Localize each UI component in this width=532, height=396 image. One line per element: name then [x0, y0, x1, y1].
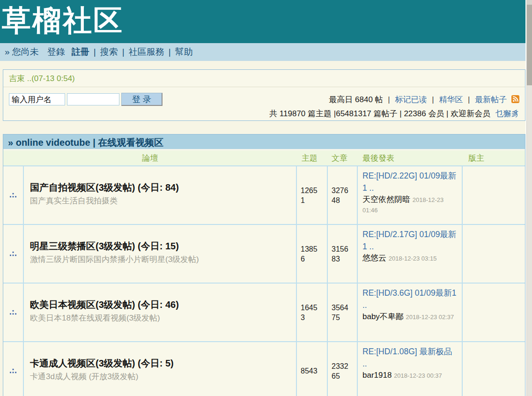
moderator-cell — [463, 225, 525, 283]
category-title-link[interactable]: » online videotube | 在线观看视频区 — [8, 137, 163, 148]
column-header-topics: 主題 — [297, 153, 328, 164]
last-post-time: 2018-12-23 03:15 — [389, 255, 437, 262]
column-header-posts: 文章 — [328, 153, 358, 164]
topics-count: 13856 — [297, 225, 328, 283]
forum-table-header: 論壇 主題 文章 最後發表 版主 — [3, 150, 525, 166]
posts-count: 356475 — [328, 284, 358, 341]
last-post-user[interactable]: 天空依然阴暗 — [362, 195, 410, 204]
nav-separator: | — [169, 47, 171, 57]
broken-image-icon — [3, 225, 24, 283]
forum-row: 欧美日本视频区(3级发帖) (今日: 46) 欧美日本18禁在线观看视频(3级发… — [3, 284, 525, 342]
topics-count: 8543 — [297, 342, 328, 396]
forum-info-cell: 明星三级禁播区(3级发帖) (今日: 15) 激情三级片断国际国内禁播小片断明星… — [24, 225, 297, 283]
latest-posts-link[interactable]: 最新帖子 — [475, 95, 507, 104]
forum-description: 卡通3d成人视频 (开放3级发帖) — [30, 371, 291, 382]
nav-separator: | — [122, 47, 125, 57]
forum-description: 欧美日本18禁在线观看视频(3级发帖) — [30, 313, 291, 323]
forum-category-panel: » online videotube | 在线观看视频区 論壇 主題 文章 最後… — [3, 134, 525, 396]
nav-search-link[interactable]: 搜索 — [100, 46, 118, 58]
username-input[interactable] — [9, 93, 65, 105]
posts-count: 315683 — [328, 225, 358, 283]
forum-link[interactable]: 明星三级禁播区(3级发帖) — [30, 241, 135, 251]
login-status-text: » 您尚未 — [5, 46, 39, 58]
forum-stats: 最高日 6840 帖 | 标记已读 | 精华区 | 最新帖子 共 119870 … — [269, 93, 519, 120]
moderator-cell — [463, 342, 525, 396]
topics-count: 16453 — [297, 284, 328, 341]
category-header: » online videotube | 在线观看视频区 — [3, 134, 525, 150]
today-count: (今日: 84) — [138, 182, 179, 193]
forum-link[interactable]: 国产自拍视频区(3级发帖) — [30, 182, 135, 193]
last-post-link[interactable]: RE:[HD/3.6G] 01/09最新1 .. — [362, 287, 458, 311]
forum-page: 草榴社区 » 您尚未 登錄 註冊 | 搜索 | 社區服務 | 幫助 吉束 ..(… — [0, 0, 532, 396]
forum-row: 明星三级禁播区(3级发帖) (今日: 15) 激情三级片断国际国内禁播小片断明星… — [3, 225, 525, 284]
vertical-scrollbar[interactable] — [526, 0, 532, 396]
last-post-cell: RE:[HD/1.08G] 最新极品 .. bar1918 2018-12-23… — [358, 342, 463, 396]
forum-description: 国产真实生活自我拍摄类 — [30, 195, 291, 206]
last-post-cell: RE:[HD/2.17G] 01/09最新1 .. 悠悠云 2018-12-23… — [358, 225, 463, 283]
nav-help-link[interactable]: 幫助 — [175, 46, 193, 58]
nav-services-link[interactable]: 社區服務 — [129, 46, 164, 58]
forum-row: 卡通成人视频区(3级发帖) (今日: 5) 卡通3d成人视频 (开放3级发帖) … — [3, 342, 525, 396]
column-header-forum: 論壇 — [3, 153, 297, 164]
rss-icon[interactable] — [511, 94, 519, 107]
forum-description: 激情三级片断国际国内禁播小片断明星(3级发帖) — [30, 254, 291, 265]
forum-row: 国产自拍视频区(3级发帖) (今日: 84) 国产真实生活自我拍摄类 12651… — [3, 166, 525, 225]
site-title: 草榴社区 — [0, 0, 526, 41]
posts-count: 233265 — [328, 342, 358, 396]
stats-separator: | — [388, 95, 390, 104]
totals-text: 共 119870 篇主题 |65481317 篇帖子 | 22386 会员 | … — [269, 109, 490, 118]
stats-line-1: 最高日 6840 帖 | 标记已读 | 精华区 | 最新帖子 — [269, 93, 519, 107]
broken-image-icon — [3, 342, 24, 396]
last-post-link[interactable]: RE:[HD/2.17G] 01/09最新1 .. — [362, 228, 458, 253]
stats-separator: | — [468, 95, 470, 104]
column-header-lastpost: 最後發表 — [358, 153, 463, 164]
nav-login-link[interactable]: 登錄 — [47, 46, 65, 58]
last-post-time: 2018-12-23 02:37 — [406, 314, 454, 321]
forum-link[interactable]: 卡通成人视频区(3级发帖) — [30, 358, 135, 368]
password-input[interactable] — [67, 93, 119, 105]
last-post-link[interactable]: RE:[HD/1.08G] 最新极品 .. — [362, 345, 458, 370]
site-header: 草榴社区 — [0, 0, 526, 43]
last-post-link[interactable]: RE:[HD/2.22G] 01/09最新1 .. — [362, 170, 458, 194]
forum-link[interactable]: 欧美日本视频区(3级发帖) — [30, 299, 135, 310]
last-post-user[interactable]: bar1918 — [362, 371, 392, 380]
last-post-user[interactable]: 悠悠云 — [362, 254, 386, 262]
max-daily-posts: 最高日 6840 帖 — [329, 95, 383, 104]
new-member-link[interactable]: 乜獬豸 — [495, 109, 519, 118]
last-post-cell: RE:[HD/3.6G] 01/09最新1 .. baby不卑鄙 2018-12… — [358, 284, 463, 341]
last-post-time: 2018-12-23 00:37 — [394, 372, 442, 379]
top-navbar: » 您尚未 登錄 註冊 | 搜索 | 社區服務 | 幫助 — [0, 43, 526, 61]
today-count: (今日: 5) — [138, 358, 174, 368]
notice-login-panel: 吉束 ..(07-13 0:54) 登 录 最高日 6840 帖 | 标记已读 … — [3, 69, 525, 121]
scrollbar-thumb[interactable] — [527, 5, 532, 85]
last-post-user[interactable]: baby不卑鄙 — [362, 312, 404, 321]
stats-separator: | — [432, 95, 434, 104]
login-button[interactable]: 登 录 — [121, 93, 163, 106]
broken-image-icon — [3, 166, 24, 224]
forum-info-cell: 国产自拍视频区(3级发帖) (今日: 84) 国产真实生活自我拍摄类 — [24, 166, 297, 224]
nav-separator: | — [94, 47, 96, 57]
moderator-cell — [463, 166, 525, 224]
mark-read-link[interactable]: 标记已读 — [395, 95, 427, 104]
broken-image-icon — [3, 284, 24, 341]
last-post-cell: RE:[HD/2.22G] 01/09最新1 .. 天空依然阴暗 2018-12… — [358, 166, 463, 224]
scrollbar-top[interactable] — [527, 0, 532, 5]
stats-line-2: 共 119870 篇主题 |65481317 篇帖子 | 22386 会员 | … — [269, 107, 519, 120]
digest-area-link[interactable]: 精华区 — [439, 95, 463, 104]
announcement-link[interactable]: 吉束 ..(07-13 0:54) — [9, 74, 75, 83]
today-count: (今日: 46) — [138, 299, 179, 310]
moderator-cell — [463, 284, 525, 341]
today-count: (今日: 15) — [138, 241, 179, 251]
forum-info-cell: 卡通成人视频区(3级发帖) (今日: 5) 卡通3d成人视频 (开放3级发帖) — [24, 342, 297, 396]
column-header-moderator: 版主 — [463, 153, 525, 164]
nav-register-link[interactable]: 註冊 — [72, 46, 89, 58]
topics-count: 12651 — [297, 166, 328, 224]
forum-info-cell: 欧美日本视频区(3级发帖) (今日: 46) 欧美日本18禁在线观看视频(3级发… — [24, 284, 297, 341]
posts-count: 327648 — [328, 166, 358, 224]
